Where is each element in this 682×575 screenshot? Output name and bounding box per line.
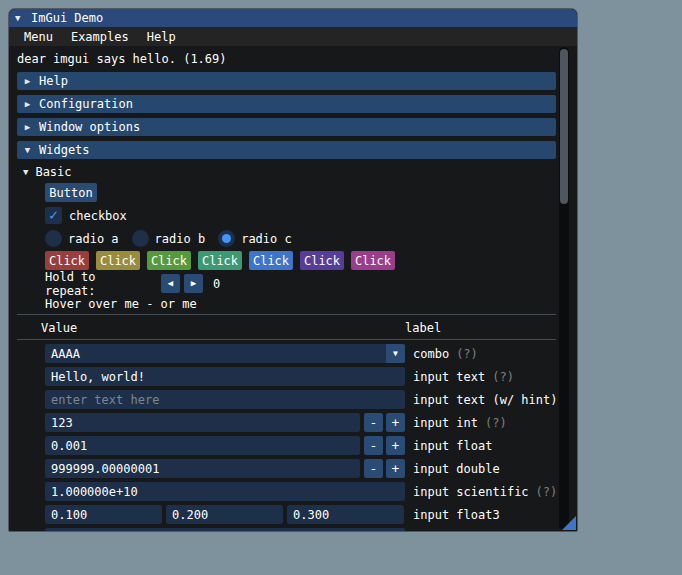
float-decrement-button[interactable]: - [364,436,383,455]
check-icon: ✓ [49,208,58,223]
click-button-2[interactable]: Click [96,251,140,270]
arrow-right-icon: ▶ [191,279,196,288]
hover-tooltip-text[interactable]: Hover over me - or me [45,296,556,312]
minus-icon: - [370,416,378,429]
header-label: Help [39,74,68,88]
repeat-counter-value: 0 [213,277,220,291]
click-button-5[interactable]: Click [249,251,293,270]
click-button-6[interactable]: Click [300,251,344,270]
combo-box[interactable]: AAAA ▼ [45,344,405,363]
radio-a[interactable]: radio a [45,230,119,247]
table-row: input text (?) [45,367,556,386]
plus-icon: + [392,439,400,452]
radio-circle [45,230,62,247]
combo-selected-value: AAAA [51,347,80,361]
input-text-hint[interactable] [45,390,405,409]
desktop-background: { "icons": { "arrow_down": "▼", "arrow_r… [0,0,682,575]
radio-label: radio c [241,232,292,246]
help-marker[interactable]: (?) [456,347,478,361]
plus-icon: + [392,416,400,429]
menu-item-examples[interactable]: Examples [62,30,138,44]
chevron-right-icon: ▶ [22,122,33,132]
column-header-label: label [405,321,441,335]
chevron-down-icon: ▼ [22,145,33,155]
collapsing-header-window-options[interactable]: ▶ Window options [17,118,556,136]
vertical-scrollbar-thumb[interactable] [560,49,568,204]
input-float3-z[interactable] [287,505,404,524]
basic-button[interactable]: Button [45,183,97,202]
menu-item-help[interactable]: Help [138,30,185,44]
combo-arrow-button[interactable]: ▼ [386,344,405,363]
input-double[interactable] [45,459,360,478]
tree-node-basic[interactable]: ▼ Basic [23,164,556,180]
checkbox-label: checkbox [69,209,127,223]
collapsing-header-configuration[interactable]: ▶ Configuration [17,95,556,113]
column-header-value: Value [41,321,405,335]
imgui-demo-window: ▼ ImGui Demo Menu Examples Help dear img… [8,8,578,532]
hold-to-repeat-row: Hold to repeat: ◀ ▶ 0 [45,274,556,293]
float-increment-button[interactable]: + [386,436,405,455]
collapse-arrow-icon[interactable]: ▼ [15,13,31,23]
hello-text: dear imgui says hello. (1.69) [17,51,556,67]
separator [17,339,556,340]
header-label: Configuration [39,97,133,111]
radio-group: radio a radio b radio c [45,229,556,248]
click-button-3[interactable]: Click [147,251,191,270]
header-label: Widgets [39,143,90,157]
row-label: combo [413,347,449,361]
int-decrement-button[interactable]: - [364,413,383,432]
plus-icon: + [392,462,400,475]
window-title: ImGui Demo [31,11,103,25]
table-row: input scientific (?) [45,482,556,501]
collapsing-header-help[interactable]: ▶ Help [17,72,556,90]
vertical-scrollbar-track[interactable] [559,47,569,530]
separator [17,314,556,315]
header-label: Window options [39,120,140,134]
table-row: - + input int (?) [45,413,556,432]
minus-icon: - [370,462,378,475]
clipped-input-row[interactable] [45,528,405,532]
click-button-7[interactable]: Click [351,251,395,270]
menu-bar: Menu Examples Help [9,27,577,46]
click-button-4[interactable]: Click [198,251,242,270]
input-scientific[interactable] [45,482,405,501]
checkbox-row: ✓ checkbox [45,206,556,225]
click-button-row: Click Click Click Click Click Click Clic… [45,251,556,270]
chevron-right-icon: ▶ [22,76,33,86]
help-marker[interactable]: (?) [492,370,514,384]
radio-c[interactable]: radio c [218,230,292,247]
chevron-right-icon: ▶ [22,99,33,109]
input-float[interactable] [45,436,360,455]
radio-label: radio b [155,232,206,246]
checkbox[interactable]: ✓ [45,207,62,224]
double-increment-button[interactable]: + [386,459,405,478]
table-row: input text (w/ hint) [45,390,556,409]
radio-circle-selected [218,230,235,247]
hold-to-repeat-label: Hold to repeat: [45,270,153,298]
chevron-down-icon: ▼ [23,167,28,177]
row-label: input text (w/ hint) [413,393,558,407]
minus-icon: - [370,439,378,452]
radio-b[interactable]: radio b [132,230,206,247]
tree-node-label: Basic [35,165,71,179]
collapsing-header-widgets[interactable]: ▼ Widgets [17,141,556,159]
row-label: input float [413,439,492,453]
radio-label: radio a [68,232,119,246]
menu-item-menu[interactable]: Menu [15,30,62,44]
input-float3-y[interactable] [166,505,283,524]
repeat-left-arrow-button[interactable]: ◀ [161,274,180,293]
input-float3-x[interactable] [45,505,162,524]
input-int[interactable] [45,413,360,432]
int-increment-button[interactable]: + [386,413,405,432]
click-button-1[interactable]: Click [45,251,89,270]
radio-circle [132,230,149,247]
help-marker[interactable]: (?) [536,485,558,499]
title-bar[interactable]: ▼ ImGui Demo [9,9,577,27]
repeat-right-arrow-button[interactable]: ▶ [184,274,203,293]
input-text[interactable] [45,367,405,386]
row-label: input text [413,370,485,384]
double-decrement-button[interactable]: - [364,459,383,478]
arrow-left-icon: ◀ [168,279,173,288]
row-label: input int [413,416,478,430]
help-marker[interactable]: (?) [485,416,507,430]
